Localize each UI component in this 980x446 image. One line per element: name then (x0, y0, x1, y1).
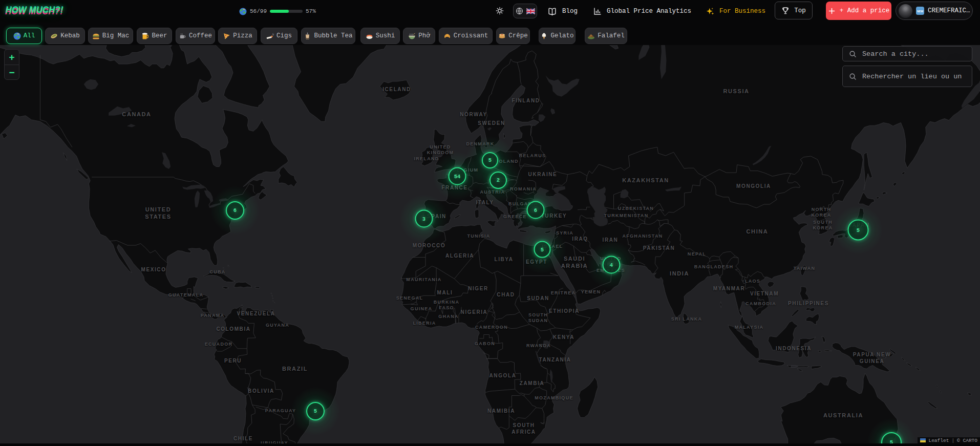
svg-text:NEW: NEW (917, 10, 923, 13)
